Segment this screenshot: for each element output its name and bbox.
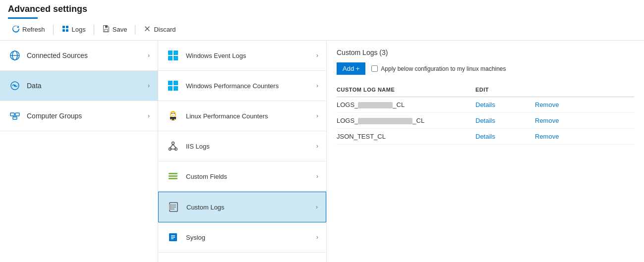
mid-item-windows-perf-counters[interactable]: Windows Performance Counters › xyxy=(158,71,326,101)
iis-logs-icon xyxy=(166,139,180,153)
chevron-right-icon-data: › xyxy=(148,82,150,89)
svg-rect-17 xyxy=(168,56,173,60)
discard-button[interactable]: Discard xyxy=(139,23,179,36)
svg-point-29 xyxy=(172,142,175,145)
discard-label: Discard xyxy=(154,26,176,33)
cell-log-name-2: LOGS__CL xyxy=(337,117,475,124)
mid-item-windows-event-logs[interactable]: Windows Event Logs › xyxy=(158,41,326,71)
logs-label: Logs xyxy=(72,26,86,33)
right-panel: Custom Logs (3) Add + Apply below config… xyxy=(327,41,644,262)
remove-link-1[interactable]: Remove xyxy=(535,101,559,108)
svg-rect-35 xyxy=(169,173,177,174)
mid-item-syslog[interactable]: Syslog › xyxy=(158,222,326,253)
svg-rect-0 xyxy=(62,26,65,28)
svg-rect-42 xyxy=(169,204,171,210)
details-link-3[interactable]: Details xyxy=(475,133,495,140)
cell-remove-3: Remove xyxy=(535,133,634,140)
mid-item-custom-fields[interactable]: Custom Fields › xyxy=(158,161,326,192)
linux-perf-icon xyxy=(166,109,180,123)
details-link-2[interactable]: Details xyxy=(475,117,495,124)
svg-rect-19 xyxy=(168,81,173,85)
table-header: CUSTOM LOG NAME EDIT xyxy=(337,83,634,97)
mid-item-linux-perf-counters[interactable]: Linux Performance Counters › xyxy=(158,101,326,131)
apply-checkbox-input[interactable] xyxy=(371,65,378,72)
cell-edit-3: Details xyxy=(475,133,535,140)
syslog-icon xyxy=(166,230,180,244)
col-header-remove xyxy=(535,87,634,93)
nav-label-computer-groups: Computer Groups xyxy=(27,112,148,120)
col-header-edit: EDIT xyxy=(475,87,535,93)
data-icon xyxy=(8,79,22,93)
mid-label-windows-event-logs: Windows Event Logs xyxy=(186,52,316,59)
svg-rect-12 xyxy=(13,117,17,119)
svg-rect-22 xyxy=(174,86,178,91)
toolbar-separator-2 xyxy=(94,25,94,35)
toolbar-separator-1 xyxy=(53,25,54,35)
apply-checkbox-label[interactable]: Apply below configuration to my linux ma… xyxy=(371,65,506,72)
svg-rect-18 xyxy=(174,56,178,60)
mid-label-iis-logs: IIS Logs xyxy=(186,143,316,150)
custom-fields-icon xyxy=(166,169,180,183)
logs-button[interactable]: Logs xyxy=(58,23,90,36)
apply-checkbox-text: Apply below configuration to my linux ma… xyxy=(381,65,506,72)
save-label: Save xyxy=(113,26,127,33)
mid-item-iis-logs[interactable]: IIS Logs › xyxy=(158,131,326,161)
mid-label-custom-fields: Custom Fields xyxy=(186,173,316,180)
svg-rect-16 xyxy=(174,51,178,55)
chevron-right-icon-cg: › xyxy=(148,112,150,119)
computer-groups-icon xyxy=(8,109,22,123)
cell-remove-2: Remove xyxy=(535,117,634,124)
chevron-right-icon-wpc: › xyxy=(316,82,318,89)
svg-rect-36 xyxy=(169,175,177,177)
middle-panel: Windows Event Logs › Windows Performance… xyxy=(158,41,327,262)
table-row: LOGS__CL Details Remove xyxy=(337,113,634,129)
add-button[interactable]: Add + xyxy=(337,62,365,75)
cell-edit-2: Details xyxy=(475,117,535,124)
chevron-right-icon-sl: › xyxy=(316,234,318,241)
page-title: Advanced settings xyxy=(8,4,636,17)
cell-log-name-3: JSON_TEST_CL xyxy=(337,133,475,140)
svg-rect-15 xyxy=(168,51,173,55)
header: Advanced settings Refresh Logs Save xyxy=(0,0,644,41)
toolbar-separator-3 xyxy=(135,25,135,35)
cell-edit-1: Details xyxy=(475,101,535,108)
save-icon xyxy=(102,25,110,34)
discard-icon xyxy=(143,25,151,34)
svg-rect-21 xyxy=(168,86,173,91)
svg-rect-11 xyxy=(15,113,19,116)
svg-point-27 xyxy=(171,119,173,120)
custom-logs-icon xyxy=(167,200,180,214)
toolbar: Refresh Logs Save Discard xyxy=(8,19,636,40)
svg-line-32 xyxy=(170,145,173,148)
remove-link-2[interactable]: Remove xyxy=(535,117,559,124)
windows-perf-icon xyxy=(166,79,180,93)
nav-label-data: Data xyxy=(27,82,148,90)
add-button-label: Add + xyxy=(343,65,359,72)
chevron-right-icon-cf: › xyxy=(316,173,318,180)
refresh-button[interactable]: Refresh xyxy=(8,23,49,36)
svg-rect-37 xyxy=(169,178,177,179)
connected-sources-icon xyxy=(8,49,22,62)
mid-label-syslog: Syslog xyxy=(186,234,316,241)
svg-rect-4 xyxy=(105,29,108,32)
svg-point-25 xyxy=(172,113,173,114)
svg-rect-10 xyxy=(10,113,14,116)
mid-label-linux-perf-counters: Linux Performance Counters xyxy=(186,112,316,120)
chevron-right-icon-wel: › xyxy=(316,52,318,59)
table-row: JSON_TEST_CL Details Remove xyxy=(337,129,634,145)
chevron-right-icon-lpc: › xyxy=(316,112,318,119)
nav-item-computer-groups[interactable]: Computer Groups › xyxy=(0,101,158,131)
save-button[interactable]: Save xyxy=(98,23,131,36)
nav-item-data[interactable]: Data › xyxy=(0,71,158,101)
remove-link-3[interactable]: Remove xyxy=(535,133,559,140)
details-link-1[interactable]: Details xyxy=(475,101,495,108)
cell-remove-1: Remove xyxy=(535,101,634,108)
nav-label-connected-sources: Connected Sources xyxy=(27,52,148,59)
refresh-icon xyxy=(12,25,20,34)
mid-label-custom-logs: Custom Logs xyxy=(186,204,316,211)
chevron-right-icon-iis: › xyxy=(316,143,318,150)
nav-item-connected-sources[interactable]: Connected Sources › xyxy=(0,41,158,71)
mid-item-custom-logs[interactable]: Custom Logs › xyxy=(158,192,326,222)
right-panel-title: Custom Logs (3) xyxy=(337,49,634,56)
svg-line-33 xyxy=(173,145,176,148)
